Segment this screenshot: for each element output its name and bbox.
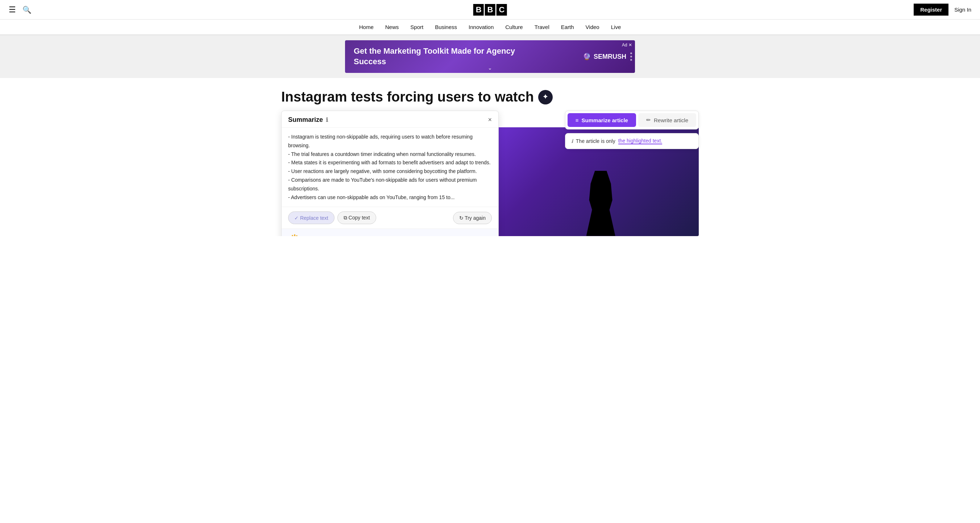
toolbar-buttons: ≡ Summarize article ✏ Rewrite article (565, 111, 699, 129)
ad-chevron-icon[interactable]: ⌄ (488, 65, 492, 71)
summarize-close-button[interactable]: × (488, 116, 492, 124)
summarize-info-icon[interactable]: ℹ (326, 116, 328, 123)
summary-line-4: - User reactions are largely negative, w… (288, 167, 492, 176)
hamburger-menu-icon[interactable]: ☰ (9, 5, 16, 14)
rewrite-article-label: Rewrite article (654, 117, 688, 123)
signin-link[interactable]: Sign In (954, 6, 971, 13)
search-icon[interactable]: 🔍 (22, 5, 32, 14)
main-content: Instagram tests forcing users to watch ✦… (272, 78, 708, 236)
ai-feature-icon[interactable]: ✦ (538, 90, 553, 104)
summarize-panel-header: Summarize ℹ × (282, 111, 498, 128)
ad-dots (630, 53, 632, 61)
nav-travel[interactable]: Travel (535, 24, 549, 30)
ad-close-button[interactable]: Ad ✕ (622, 42, 632, 48)
toolbar-info-icon: ℹ (571, 138, 573, 144)
summarize-title: Summarize ℹ (288, 116, 328, 124)
rating-section: 🖐 How would you rate this app? ☆ ☆ ☆ ☆ ☆ (282, 229, 498, 236)
star-rating[interactable]: ☆ ☆ ☆ ☆ ☆ (376, 236, 417, 236)
star-4[interactable]: ☆ (402, 236, 409, 236)
rewrite-article-button[interactable]: ✏ Rewrite article (638, 113, 696, 127)
toolbar-info-text: The article is only (576, 138, 616, 144)
image-silhouette (586, 171, 616, 236)
summary-line-5: - Comparisons are made to YouTube's non-… (288, 176, 492, 193)
semrush-logo-icon: 🔮 (583, 53, 591, 61)
ad-brand-name: SEMRUSH (593, 53, 626, 61)
bbc-logo-b1: B (473, 4, 484, 16)
copy-text-button[interactable]: ⧉ Copy text (337, 212, 376, 224)
nav-earth[interactable]: Earth (561, 24, 574, 30)
toolbar-highlighted-text: the highlighted text. (618, 138, 662, 144)
ad-text: Get the Marketing Toolkit Made for Agenc… (354, 46, 535, 67)
replace-text-button[interactable]: ✓ Replace text (288, 212, 334, 224)
bbc-logo-c: C (496, 4, 507, 16)
toolbar-info: ℹ The article is only the highlighted te… (565, 133, 699, 149)
star-3[interactable]: ☆ (394, 236, 400, 236)
rating-emoji-icon: 🖐 (288, 234, 301, 236)
action-buttons-left: ✓ Replace text ⧉ Copy text (288, 212, 376, 224)
header: ☰ 🔍 B B C Register Sign In (0, 0, 980, 19)
nav-innovation[interactable]: Innovation (469, 24, 494, 30)
summarize-label: Summarize (288, 116, 323, 124)
summarize-actions: ✓ Replace text ⧉ Copy text ↻ Try again (282, 207, 498, 229)
nav-culture[interactable]: Culture (505, 24, 523, 30)
try-again-button[interactable]: ↻ Try again (453, 212, 492, 224)
summarize-article-icon: ≡ (576, 117, 579, 123)
summary-line-1: - Instagram is testing non-skippable ads… (288, 133, 492, 150)
ad-dot-3 (630, 59, 632, 61)
summary-line-3: - Meta states it is experimenting with a… (288, 158, 492, 167)
summary-line-6: - Advertisers can use non-skippable ads … (288, 193, 492, 202)
summarize-article-label: Summarize article (582, 117, 628, 123)
ad-brand: 🔮 SEMRUSH (583, 53, 626, 61)
summarize-content: - Instagram is testing non-skippable ads… (282, 128, 498, 207)
header-left: ☰ 🔍 (9, 5, 32, 14)
summarize-panel: Summarize ℹ × - Instagram is testing non… (281, 111, 499, 236)
ad-dot-2 (630, 56, 632, 58)
summary-line-2: - The trial features a countdown timer i… (288, 150, 492, 159)
nav-business[interactable]: Business (435, 24, 457, 30)
article-title-text: Instagram tests forcing users to watch (281, 89, 534, 105)
article-toolbar: ≡ Summarize article ✏ Rewrite article ℹ … (565, 111, 699, 149)
nav-sport[interactable]: Sport (410, 24, 423, 30)
summarize-article-button[interactable]: ≡ Summarize article (568, 113, 636, 127)
rewrite-article-icon: ✏ (646, 117, 651, 123)
star-5[interactable]: ☆ (411, 236, 417, 236)
nav-video[interactable]: Video (586, 24, 600, 30)
article-title: Instagram tests forcing users to watch ✦ (281, 89, 699, 105)
register-button[interactable]: Register (914, 4, 948, 16)
ad-dot-1 (630, 53, 632, 54)
bbc-logo-b2: B (485, 4, 495, 16)
bbc-logo[interactable]: B B C (473, 4, 507, 16)
ad-inner[interactable]: Get the Marketing Toolkit Made for Agenc… (345, 40, 635, 73)
ad-banner: Get the Marketing Toolkit Made for Agenc… (0, 35, 980, 78)
star-1[interactable]: ☆ (376, 236, 383, 236)
nav-home[interactable]: Home (359, 24, 374, 30)
star-2[interactable]: ☆ (385, 236, 391, 236)
header-right: Register Sign In (914, 4, 971, 16)
main-nav: Home News Sport Business Innovation Cult… (0, 19, 980, 35)
nav-live[interactable]: Live (611, 24, 621, 30)
nav-news[interactable]: News (385, 24, 399, 30)
